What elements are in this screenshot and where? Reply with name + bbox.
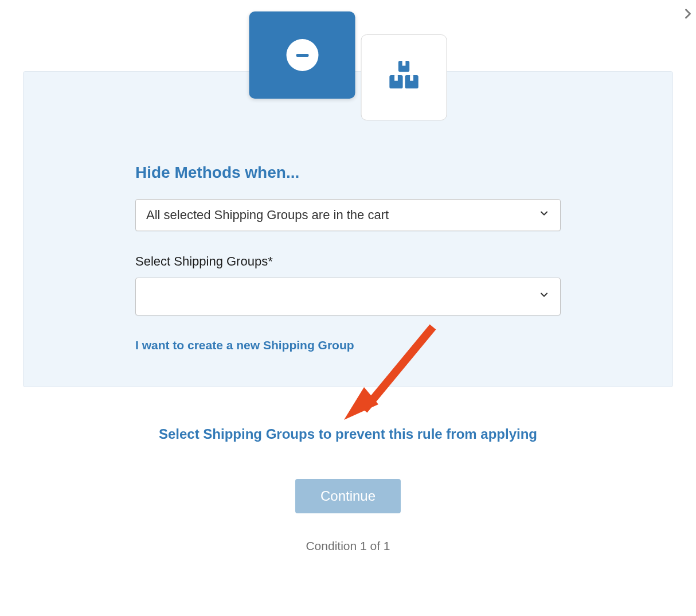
shipping-groups-select[interactable]	[135, 278, 561, 315]
svg-rect-3	[394, 75, 398, 81]
chevron-down-icon	[538, 208, 550, 223]
condition-select-value: All selected Shipping Groups are in the …	[146, 208, 389, 223]
create-shipping-group-link[interactable]: I want to create a new Shipping Group	[135, 338, 354, 352]
minus-card	[249, 11, 355, 99]
minus-circle-icon	[286, 39, 318, 71]
next-arrow-icon[interactable]	[680, 6, 696, 24]
boxes-icon	[386, 59, 422, 96]
svg-rect-5	[410, 75, 413, 81]
prevent-rule-link[interactable]: Select Shipping Groups to prevent this r…	[0, 426, 696, 442]
boxes-card	[361, 34, 447, 120]
svg-rect-1	[402, 61, 406, 66]
panel-heading: Hide Methods when...	[135, 163, 561, 182]
shipping-groups-label: Select Shipping Groups*	[135, 254, 561, 269]
svg-marker-8	[344, 387, 378, 420]
header-icon-cards	[249, 11, 447, 120]
condition-counter: Condition 1 of 1	[0, 539, 696, 553]
condition-select[interactable]: All selected Shipping Groups are in the …	[135, 199, 561, 231]
chevron-down-icon	[538, 289, 550, 304]
continue-button[interactable]: Continue	[295, 479, 401, 513]
